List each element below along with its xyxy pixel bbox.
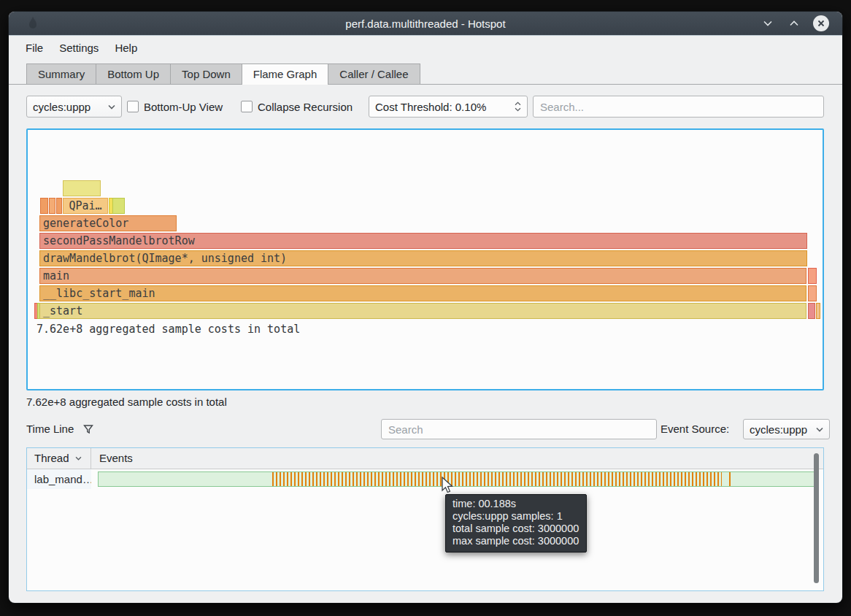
window-title: perf.data.multithreaded - Hotspot [9,18,842,30]
cost-threshold-value: Cost Threshold: 0.10% [375,101,486,113]
tab-bar: Summary Bottom Up Top Down Flame Graph C… [9,63,842,85]
event-type-value: cycles:uppp [33,101,91,113]
event-source-combobox[interactable]: cycles:uppp [743,419,830,439]
flame-bar-generatecolor[interactable]: generateColor [39,215,177,231]
bottom-up-view-label: Bottom-Up View [144,101,223,113]
flame-bar[interactable] [808,285,817,301]
column-header-events: Events [91,448,133,469]
timeline-table: Thread Events lab_mand… [26,447,824,591]
column-header-thread[interactable]: Thread [27,448,91,469]
flame-bar[interactable] [808,268,817,284]
close-icon [817,20,825,27]
flame-search-input[interactable] [533,96,824,118]
vertical-scrollbar[interactable] [814,453,819,583]
maximize-button[interactable] [787,16,801,31]
collapse-recursion-checkbox[interactable]: Collapse Recursion [241,96,353,118]
flame-bar[interactable] [816,303,820,319]
app-window: perf.data.multithreaded - Hotspot File S… [9,12,842,603]
flame-bar[interactable] [808,303,815,319]
bottom-up-view-checkbox[interactable]: Bottom-Up View [127,96,223,118]
chevron-up-icon [790,20,798,26]
filter-funnel-icon[interactable] [83,424,93,434]
menu-help[interactable]: Help [107,39,145,57]
timeline-tooltip: time: 00.188s cycles:uppp samples: 1 tot… [445,494,587,553]
flame-bar[interactable] [49,198,55,214]
tab-top-down[interactable]: Top Down [170,63,242,84]
events-cell[interactable] [91,469,823,489]
flame-graph[interactable]: QPai…generateColorsecondPassMandelbrotRo… [26,128,824,390]
mouse-cursor [440,477,455,494]
flame-bar-__libc_start_main[interactable]: __libc_start_main [39,285,806,301]
chevron-down-icon [108,104,115,109]
spinner-arrows-icon[interactable] [515,101,521,112]
timeline-column-header: Thread Events [27,448,823,469]
tab-bottom-up[interactable]: Bottom Up [96,63,171,84]
tab-flame-graph[interactable]: Flame Graph [242,63,329,85]
flame-bar-_start[interactable]: _start [39,303,806,319]
flame-bar-qpai[interactable]: QPai… [63,198,108,214]
screen: perf.data.multithreaded - Hotspot File S… [0,0,851,616]
flame-total-label: 7.62e+8 aggregated sample costs in total [36,323,300,336]
tooltip-time: time: 00.188s [453,498,579,510]
checkbox-icon [241,101,253,112]
title-bar[interactable]: perf.data.multithreaded - Hotspot [9,12,842,36]
timeline-search-input[interactable] [381,419,657,439]
thread-name: lab_mand… [27,469,91,489]
close-button[interactable] [813,15,829,31]
flame-bar[interactable] [63,180,101,196]
flame-bar[interactable] [112,198,125,214]
tooltip-max-cost: max sample cost: 3000000 [453,535,579,547]
event-track[interactable] [98,471,816,487]
chevron-down-icon [763,20,772,26]
status-label: 7.62e+8 aggregated sample costs in total [26,396,227,408]
menu-bar: File Settings Help [9,36,842,59]
tab-summary[interactable]: Summary [26,63,96,84]
event-source-label: Event Source: [661,423,729,435]
minimize-button[interactable] [760,16,775,31]
event-source-value: cycles:uppp [750,423,807,436]
flame-toolbar: cycles:uppp Bottom-Up View Collapse Recu… [9,95,842,118]
menu-file[interactable]: File [18,39,51,57]
chevron-down-icon [816,427,823,432]
checkbox-icon [127,101,139,112]
collapse-recursion-label: Collapse Recursion [258,101,353,113]
flame-bar[interactable] [40,198,48,214]
flame-bar-secondpassmandelbrotrow[interactable]: secondPassMandelbrotRow [39,233,807,249]
sample-tick [729,472,731,486]
flame-bar-drawmandelbrot-qimage-unsigned-int[interactable]: drawMandelbrot(QImage*, unsigned int) [39,250,807,266]
flame-bar[interactable] [56,198,62,214]
timeline-header: Time Line Event Source: cycles:uppp [9,418,842,442]
chevron-down-icon [75,456,82,461]
event-type-combobox[interactable]: cycles:uppp [26,96,122,118]
timeline-title: Time Line [26,423,74,435]
sample-ticks [272,472,722,486]
menu-settings[interactable]: Settings [51,39,107,57]
tooltip-samples: cycles:uppp samples: 1 [453,510,579,523]
tooltip-total-cost: total sample cost: 3000000 [453,523,579,535]
timeline-row[interactable]: lab_mand… [27,469,823,489]
flame-bar-main[interactable]: main [39,268,806,284]
tab-caller-callee[interactable]: Caller / Callee [328,63,420,84]
cost-threshold-spinbox[interactable]: Cost Threshold: 0.10% [369,96,528,118]
